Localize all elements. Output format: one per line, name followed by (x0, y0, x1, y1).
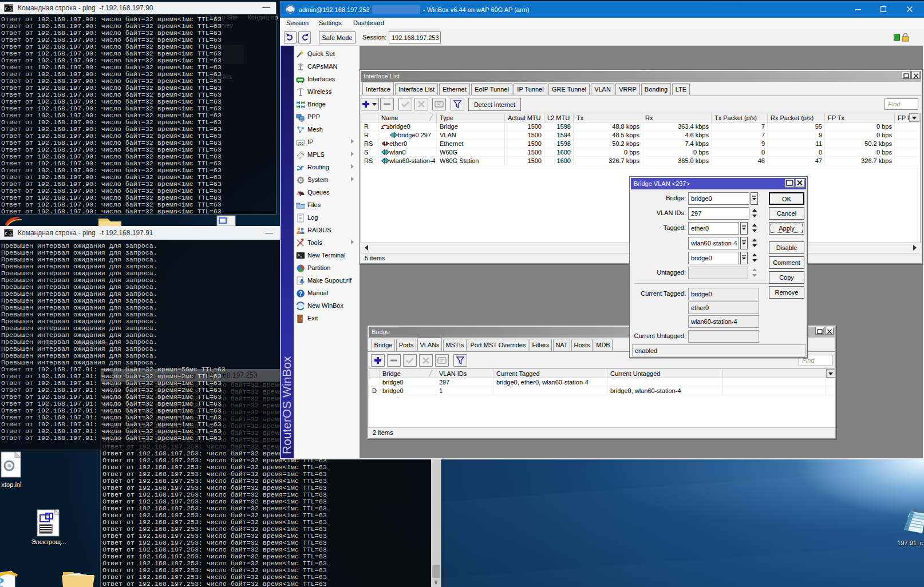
svg-text:C:\: C:\ (5, 232, 13, 236)
svg-text:?: ? (299, 291, 302, 297)
svg-text:255: 255 (298, 141, 304, 145)
svg-text:C:\: C:\ (5, 7, 13, 11)
svg-text:RouterOS WinBox: RouterOS WinBox (281, 356, 293, 454)
